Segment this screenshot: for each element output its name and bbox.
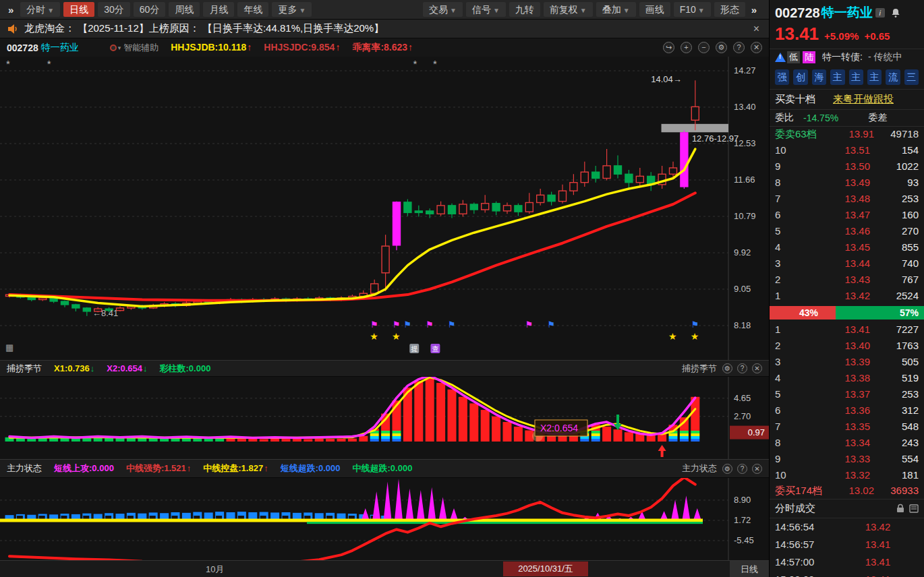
stock-name[interactable]: 特一药业 (41, 42, 79, 54)
ticks-title[interactable]: 分时成交 (775, 502, 815, 515)
redo-icon[interactable]: ↪ (663, 42, 674, 53)
settings-icon[interactable]: ⚙ (722, 464, 732, 474)
sell-level-row[interactable]: 813.4993 (770, 175, 924, 191)
sell-level-row[interactable]: 613.47160 (770, 207, 924, 223)
tab-更多[interactable]: 更多▼ (272, 2, 312, 17)
grid-icon: ▦ (5, 342, 13, 353)
sell-level-row[interactable]: 313.44740 (770, 255, 924, 272)
buy-level-row[interactable]: 813.34243 (770, 435, 924, 451)
svg-text:14.27: 14.27 (734, 65, 756, 75)
concept-tag[interactable]: 强 (775, 69, 789, 85)
bolao-indicator-chart[interactable]: 4.652.700.97X2:0.654 (0, 377, 769, 459)
notice-text: 龙虎淘金： 【2025-11-12】上榜原因： 【日换手率达:44.81%,日换… (24, 22, 384, 35)
expand-chevron-icon[interactable]: » (8, 4, 13, 16)
smart-assist-toggle[interactable]: ▾ 智能辅助 (110, 42, 159, 54)
tab-年线[interactable]: 年线 (237, 2, 268, 17)
close-icon[interactable]: ✕ (752, 363, 762, 373)
bell-icon[interactable] (890, 7, 901, 18)
buy-level-row[interactable]: 513.37253 (770, 386, 924, 402)
svg-text:★: ★ (691, 331, 699, 342)
tab-前复权[interactable]: 前复权▼ (544, 2, 593, 17)
list-icon[interactable] (909, 504, 919, 514)
promo-link[interactable]: 来粤开做跟投 (833, 93, 894, 106)
concept-tag[interactable]: 海 (812, 69, 826, 85)
close-icon[interactable]: ✕ (752, 464, 762, 474)
concept-tag[interactable]: 创 (793, 69, 807, 85)
svg-text:14.04→: 14.04→ (651, 74, 682, 84)
tab-日线[interactable]: 日线 (63, 2, 94, 17)
tab-周线[interactable]: 周线 (169, 2, 200, 17)
buy-total-vol: 36933 (874, 485, 919, 497)
tab-F10[interactable]: F10▼ (674, 2, 711, 17)
svg-text:⚑: ⚑ (403, 320, 411, 330)
sell-level-row[interactable]: 213.43767 (770, 272, 924, 288)
svg-text:9.05: 9.05 (734, 284, 751, 294)
help-icon[interactable]: ? (737, 363, 747, 373)
sub1-title: 捕捞季节 (7, 363, 42, 375)
indicator-item: 乖离率:8.623↑ (352, 42, 413, 53)
svg-text:提: 提 (411, 345, 417, 353)
tab-交易[interactable]: 交易▼ (423, 2, 463, 17)
quote-header: 002728 特一药业 i 13.41 +5.09% +0.65 (770, 0, 924, 44)
change-percent: +5.09% (824, 30, 859, 42)
settings-icon[interactable]: ⚙ (722, 363, 732, 373)
sell-total-row: 委卖63档 13.91 49718 (770, 127, 924, 142)
help-icon[interactable]: ? (737, 464, 747, 474)
sell-level-row[interactable]: 913.501022 (770, 158, 924, 175)
buy-level-row[interactable]: 1013.32181 (770, 467, 924, 483)
bond-label[interactable]: 特一转债: (822, 51, 863, 63)
tab-信号[interactable]: 信号▼ (466, 2, 506, 17)
buy-level-row[interactable]: 713.35548 (770, 419, 924, 435)
svg-text:★: ★ (668, 331, 677, 342)
tab-叠加[interactable]: 叠加▼ (596, 2, 636, 17)
concept-tag[interactable]: 主 (849, 69, 863, 85)
last-price: 13.41 (775, 24, 819, 44)
concept-tag[interactable]: 流 (886, 69, 900, 85)
sell-level-row[interactable]: 413.45855 (770, 239, 924, 255)
zoom-out-icon[interactable]: − (698, 42, 710, 53)
buy-level-row[interactable]: 213.401763 (770, 338, 924, 354)
close-icon[interactable]: ✕ (751, 42, 762, 53)
buy-level-row[interactable]: 613.36312 (770, 402, 924, 419)
buy-level-row[interactable]: 413.38519 (770, 370, 924, 386)
svg-text:0.97: 0.97 (748, 427, 765, 437)
zhuli-indicator-chart[interactable]: 8.901.72-5.45 (0, 478, 769, 560)
indicator-item: HHJSJDC:9.854↑ (264, 42, 340, 53)
notice-close-icon[interactable]: × (751, 23, 762, 35)
concept-tag[interactable]: 三 (904, 69, 919, 85)
svg-text:4.65: 4.65 (734, 393, 751, 403)
tab-月线[interactable]: 月线 (203, 2, 234, 17)
lock-icon[interactable] (896, 504, 905, 514)
tick-row: 14:56:5713.41 (770, 536, 924, 553)
axis-period-label[interactable]: 日线 (730, 561, 769, 577)
help-icon[interactable]: ? (733, 42, 745, 53)
svg-text:⚑: ⚑ (448, 320, 456, 330)
tab-ten-levels[interactable]: 买卖十档 (775, 93, 815, 106)
tab-30分[interactable]: 30分 (98, 2, 130, 17)
buy-level-row[interactable]: 113.417227 (770, 322, 924, 338)
buy-sell-ratio-bar: 43% 57% (770, 306, 924, 320)
sell-level-row[interactable]: 113.422524 (770, 288, 924, 304)
sub1-right-title: 捕捞季节 (682, 363, 717, 375)
buy-level-row[interactable]: 913.33554 (770, 451, 924, 467)
daily-candlestick-chart[interactable]: 14.2713.4012.5311.6610.799.929.058.1814.… (0, 57, 769, 360)
settings-icon[interactable]: ⚙ (716, 42, 727, 53)
info-icon[interactable]: i (875, 8, 885, 18)
tab-画线[interactable]: 画线 (639, 2, 670, 17)
collapse-chevron-icon[interactable]: » (751, 4, 757, 16)
buy-level-row[interactable]: 313.39505 (770, 354, 924, 370)
sell-level-row[interactable]: 1013.51154 (770, 142, 924, 158)
zoom-in-icon[interactable]: + (681, 42, 692, 53)
buy-ratio: 57% (836, 306, 924, 320)
concept-tag[interactable]: 主 (830, 69, 844, 85)
lhb-notice-bar: 龙虎淘金： 【2025-11-12】上榜原因： 【日换手率达:44.81%,日换… (0, 20, 769, 38)
tab-分时[interactable]: 分时▼ (20, 2, 60, 17)
tab-60分[interactable]: 60分 (134, 2, 166, 17)
concept-tag[interactable]: 主 (867, 69, 882, 85)
ticks-header: 分时成交 (770, 499, 924, 518)
sell-level-row[interactable]: 513.46270 (770, 223, 924, 239)
tab-九转[interactable]: 九转 (509, 2, 540, 17)
sell-level-row[interactable]: 713.48253 (770, 191, 924, 207)
indicator-values: HHJSJDB:10.118↑HHJSJDC:9.854↑乖离率:8.623↑ (158, 42, 413, 54)
tab-形态[interactable]: 形态 (714, 2, 745, 17)
